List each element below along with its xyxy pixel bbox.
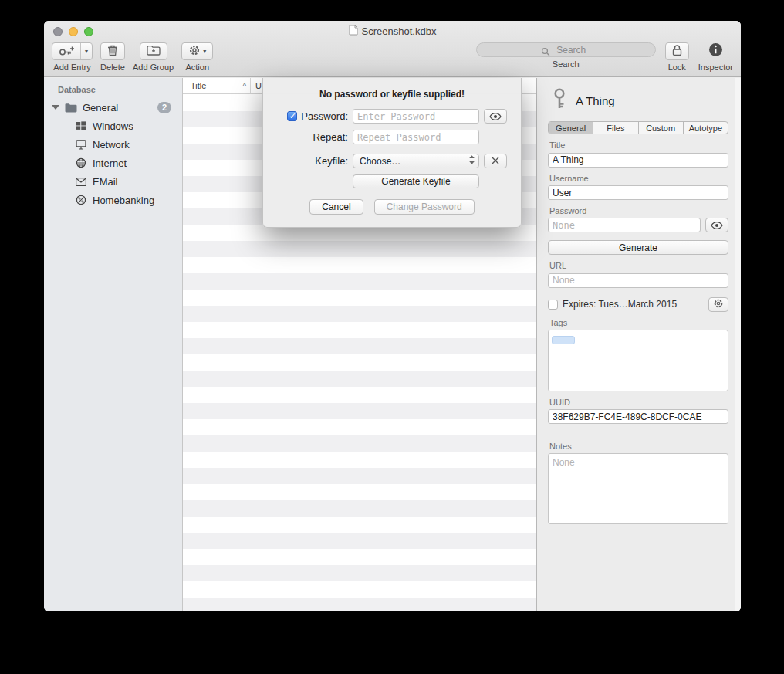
- dialog-message: No password or keyfile supplied!: [275, 89, 509, 100]
- dialog-buttons: Cancel Change Password: [275, 199, 509, 215]
- trash-icon: [107, 44, 118, 59]
- action-label: Action: [185, 63, 209, 72]
- delete-tool: Delete: [100, 42, 125, 72]
- action-button[interactable]: ▾: [181, 42, 213, 60]
- gear-icon: [713, 298, 724, 311]
- sidebar-item-network[interactable]: Network: [44, 135, 182, 154]
- key-icon: [551, 87, 568, 113]
- lock-button[interactable]: [665, 42, 689, 60]
- inspector-button[interactable]: [708, 42, 723, 60]
- clear-keyfile-button[interactable]: [484, 154, 507, 168]
- column-header-title[interactable]: Title ^: [183, 78, 251, 93]
- eye-icon: [489, 110, 502, 124]
- window-chrome: Screenshot.kdbx ▾ Add Entry: [44, 21, 741, 77]
- gear-icon: [188, 44, 201, 59]
- eye-icon: [711, 218, 723, 232]
- toolbar: ▾ Add Entry Delete Add Group: [44, 42, 741, 72]
- generate-password-button[interactable]: Generate: [548, 240, 728, 255]
- lock-label: Lock: [668, 63, 686, 72]
- inspector-tool: Inspector: [698, 42, 733, 72]
- tab-autotype[interactable]: Autotype: [684, 122, 728, 134]
- tab-general[interactable]: General: [549, 122, 593, 134]
- disclosure-triangle-icon[interactable]: [52, 105, 59, 110]
- zoom-button[interactable]: [84, 27, 93, 36]
- windows-icon: [75, 121, 87, 130]
- password-field[interactable]: [548, 218, 701, 232]
- keyfile-label: Keyfile:: [315, 155, 348, 167]
- password-row: Password:: [275, 109, 509, 124]
- expires-checkbox[interactable]: [548, 300, 558, 310]
- close-button[interactable]: [53, 27, 63, 36]
- reveal-password-button[interactable]: [705, 218, 728, 232]
- count-badge: 2: [157, 102, 171, 113]
- tags-field[interactable]: [548, 330, 728, 391]
- stepper-arrows-icon: [468, 154, 475, 168]
- info-circle-icon: [708, 42, 723, 60]
- sidebar-item-label: Internet: [93, 157, 127, 169]
- notes-field[interactable]: [548, 453, 728, 524]
- folder-icon: [65, 103, 77, 113]
- search-input[interactable]: [477, 43, 655, 56]
- generate-keyfile-row: Generate Keyfile: [275, 174, 509, 188]
- sidebar-section-header: Database: [44, 83, 182, 98]
- title-field-label: Title: [549, 141, 728, 150]
- sidebar-item-label: General: [83, 102, 118, 113]
- expires-settings-button[interactable]: [708, 297, 728, 312]
- tab-custom[interactable]: Custom: [639, 122, 684, 134]
- column-header-username[interactable]: U: [251, 81, 262, 90]
- username-field-label: Username: [549, 174, 728, 183]
- globe-icon: [75, 157, 87, 168]
- uuid-label: UUID: [549, 398, 728, 407]
- password-checkbox[interactable]: [287, 111, 297, 121]
- search-tool: Search: [476, 42, 656, 69]
- generate-keyfile-button[interactable]: Generate Keyfile: [353, 174, 479, 188]
- app-window: Screenshot.kdbx ▾ Add Entry: [44, 21, 741, 611]
- sidebar-item-label: Homebanking: [93, 195, 154, 206]
- key-plus-icon: [52, 43, 80, 59]
- tag-token[interactable]: [552, 336, 575, 344]
- sidebar-item-label: Windows: [93, 120, 133, 132]
- display-icon: [75, 140, 87, 150]
- repeat-row: Repeat:: [275, 130, 509, 144]
- titlebar[interactable]: Screenshot.kdbx: [44, 21, 741, 42]
- sidebar-item-internet[interactable]: Internet: [44, 154, 182, 172]
- notes-label: Notes: [549, 442, 728, 451]
- scrollbar-track[interactable]: [735, 78, 741, 611]
- chevron-down-icon: ▾: [203, 48, 206, 55]
- reveal-password-button[interactable]: [484, 109, 507, 124]
- sidebar-item-homebanking[interactable]: Homebanking: [44, 191, 182, 209]
- uuid-field[interactable]: [548, 409, 728, 424]
- sidebar-item-windows[interactable]: Windows: [44, 117, 182, 135]
- add-group-button[interactable]: [140, 42, 167, 60]
- inspector-tabs: General Files Custom Autotype: [548, 121, 728, 134]
- url-field[interactable]: [548, 273, 728, 288]
- minimize-button[interactable]: [69, 27, 78, 36]
- search-field[interactable]: [476, 42, 656, 57]
- lock-tool: Lock: [665, 42, 689, 72]
- repeat-password-input[interactable]: [353, 130, 479, 144]
- expires-label: Expires: Tues…March 2015: [563, 299, 677, 310]
- add-entry-label: Add Entry: [53, 63, 90, 72]
- lock-icon: [672, 44, 682, 59]
- chevron-down-icon[interactable]: ▾: [80, 43, 92, 59]
- username-field[interactable]: [548, 185, 728, 200]
- expires-row: Expires: Tues…March 2015: [548, 297, 728, 312]
- change-password-button[interactable]: Change Password: [374, 199, 475, 215]
- title-field[interactable]: [548, 153, 728, 168]
- add-entry-button[interactable]: ▾: [52, 42, 93, 60]
- cancel-button[interactable]: Cancel: [309, 199, 363, 215]
- delete-button[interactable]: [100, 42, 125, 60]
- repeat-label: Repeat:: [313, 131, 348, 143]
- change-password-dialog: No password or keyfile supplied! Passwor…: [262, 78, 522, 228]
- delete-label: Delete: [100, 63, 125, 72]
- url-field-label: URL: [549, 261, 728, 270]
- sidebar-item-email[interactable]: EMail: [44, 172, 182, 191]
- tab-files[interactable]: Files: [593, 122, 638, 134]
- toolbar-right: Search Lock Insp: [476, 42, 733, 72]
- action-tool: ▾ Action: [181, 42, 213, 72]
- password-input[interactable]: [353, 109, 479, 124]
- inspector-panel: A Thing General Files Custom Autotype Ti…: [536, 78, 741, 611]
- keyfile-dropdown[interactable]: Choose…: [353, 154, 479, 168]
- sidebar: Database General 2 Windows Network: [44, 78, 183, 611]
- sidebar-item-general[interactable]: General 2: [44, 98, 182, 117]
